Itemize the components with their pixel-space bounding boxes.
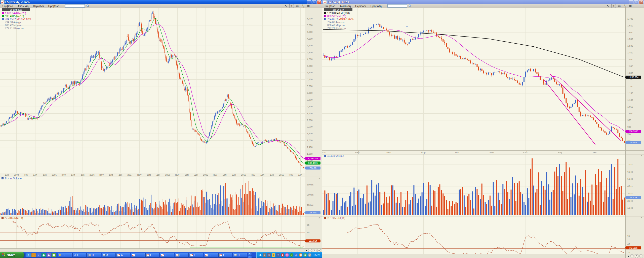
task-button-0[interactable]: Β. [58,253,72,257]
clock-icon[interactable]: ◔ [31,253,36,257]
calendar-tray-icon[interactable]: ▦ [299,253,302,257]
zoom-in-button[interactable]: + [313,249,316,252]
grid-icon[interactable]: ▦ [628,4,632,8]
zoom-out-button[interactable]: − [308,249,312,252]
trendline-icon[interactable]: ╲ [623,4,627,8]
antivirus-tray-icon[interactable]: ✔ [290,253,293,257]
legend-text: 868.5355 Με(20) [327,15,346,18]
svg-text:5,000: 5,000 [307,24,313,26]
zoom-in-button[interactable]: + [635,254,638,258]
phone-tray-icon[interactable]: ✆ [308,253,311,257]
symbol-search-input[interactable] [65,4,85,8]
task-button-2[interactable]: Η [87,253,101,257]
menu-item-0[interactable]: Σύμβολα [322,5,338,8]
volume-tray-icon[interactable]: ♬ [294,253,298,257]
task-button-3[interactable]: Α [102,253,116,257]
legend-swatch [2,177,4,179]
pointer-icon[interactable]: ↖ [606,4,610,8]
svg-text:3,400: 3,400 [307,78,313,81]
fit-width-button[interactable]: ↔ [317,249,321,252]
close-pane-icon[interactable]: × [641,216,642,219]
svg-text:1,000: 1,000 [627,112,633,115]
microphone-icon[interactable]: ♪ [263,253,266,257]
pointer-icon[interactable]: ↖ [284,4,288,8]
zoom-out-button[interactable]: − [630,254,634,258]
svg-text:Σεπ: Σεπ [109,174,113,176]
task-button-7[interactable]: Γ. [160,253,174,257]
svg-text:Ιουν: Ιουν [137,174,142,176]
mail-tray-icon[interactable]: ✉ [285,253,289,257]
window-title: ΓΔ [weekly] -1.67% [5,1,30,4]
grid-icon[interactable]: ▦ [306,4,310,8]
maximize-button[interactable]: □ [312,0,316,4]
svg-text:1,350: 1,350 [627,65,633,68]
menu-item-3[interactable]: Προβολή [46,5,62,8]
search-icon[interactable] [86,4,90,8]
task-button-label: Ι. [77,254,79,256]
symbol-search-input[interactable] [387,4,407,8]
messenger-tray-icon[interactable]: ☻ [281,253,284,257]
clock[interactable]: 05:21 [313,253,320,256]
scroll-right-button[interactable]: ▶ [306,249,307,252]
trendline-icon[interactable]: ╲ [301,4,305,8]
task-button-8[interactable]: F. [175,253,189,257]
explorer-icon[interactable]: ◈ [47,253,51,257]
start-button[interactable]: start [0,252,24,258]
task-button-6[interactable]: Ε. [145,253,159,257]
ime-icon[interactable]: k [267,253,271,257]
close-button[interactable]: ✕ [317,0,321,4]
daily-chart[interactable]: 2011ΦεβΜαρΑπρΜαιΙουνΙουλΑυγΣεπ8008509009… [322,0,644,258]
svg-text:Δεκ: Δεκ [5,174,9,176]
titlebar[interactable]: ΓΔ [daily] -1.67% _ □ ✕ [322,0,644,4]
window-menu-icon[interactable]: ▾ [276,253,280,257]
menu-item-2[interactable]: Περίοδοι [31,5,46,8]
media-player-icon[interactable]: ♪ [36,253,41,257]
task-button-10[interactable]: Ε. [204,253,218,257]
task-button-4[interactable]: Α [116,253,130,257]
legend-text: 806.42 Μέγιστο [327,24,345,27]
search-icon[interactable] [409,4,412,8]
rectangle-icon[interactable]: ▭ [617,4,621,8]
menu-item-1[interactable]: Ανάλυση [15,5,31,8]
menu-item-2[interactable]: Περίοδοι [353,5,368,8]
scroll-up-button[interactable]: ▲ [248,252,252,255]
maximize-button[interactable]: □ [634,0,638,4]
rectangle-icon[interactable]: ▭ [295,4,299,8]
task-button-12[interactable]: Π [233,253,247,257]
svg-text:300 εκ: 300 εκ [307,183,314,186]
close-pane-icon[interactable]: × [318,177,320,180]
task-button-5[interactable]: Γ. [131,253,145,257]
scroll-right-button[interactable]: ▶ [628,255,629,257]
task-button-1[interactable]: Ι. [72,253,87,257]
language-indicator[interactable]: EL [259,254,262,256]
fit-width-button[interactable]: ↔ [639,254,643,258]
task-button-9[interactable]: Ε. [189,253,203,257]
rsi-legend: 31.1205 RSI(14) [324,217,345,219]
weekly-chart[interactable]: Δεκ2004ΙουνΣεπΔεκ2005ΙουνΣεπΔεκ2006ΙουνΣ… [0,0,322,252]
svg-text:1,250: 1,250 [627,78,633,81]
svg-text:784.65: 784.65 [630,141,637,144]
task-button-11[interactable]: Ε. [218,253,232,257]
svg-text:60: 60 [627,235,630,237]
recycle-bin-icon[interactable]: ▦ [52,253,56,257]
crosshair-icon[interactable]: + [611,4,616,8]
messenger-icon[interactable]: ◉ [42,253,46,257]
menu-item-0[interactable]: Σύμβολα [0,5,15,8]
task-button-label: Γ. [165,254,167,256]
minimize-button[interactable]: _ [307,0,311,4]
svg-text:Δεκ: Δεκ [232,174,236,176]
network-tray-icon[interactable]: ◉ [303,253,307,257]
svg-text:70 εκ: 70 εκ [627,163,633,166]
price-legend: 1,268.8646 Με(200)868.5355 Με(20)784.65 … [324,12,353,30]
crosshair-icon[interactable]: + [289,4,294,8]
menu-item-3[interactable]: Προβολή [368,5,384,8]
titlebar[interactable]: ΓΔ [weekly] -1.67% _ □ ✕ [0,0,322,4]
close-button[interactable]: ✕ [639,0,643,4]
close-pane-icon[interactable]: × [641,154,642,157]
internet-explorer-icon[interactable]: e [26,253,31,257]
scroll-down-button[interactable]: ▼ [248,255,252,258]
minimize-button[interactable]: _ [629,0,633,4]
close-pane-icon[interactable]: × [318,216,320,219]
help-icon[interactable]: ? [272,253,275,257]
menu-item-1[interactable]: Ανάλυση [338,5,353,8]
